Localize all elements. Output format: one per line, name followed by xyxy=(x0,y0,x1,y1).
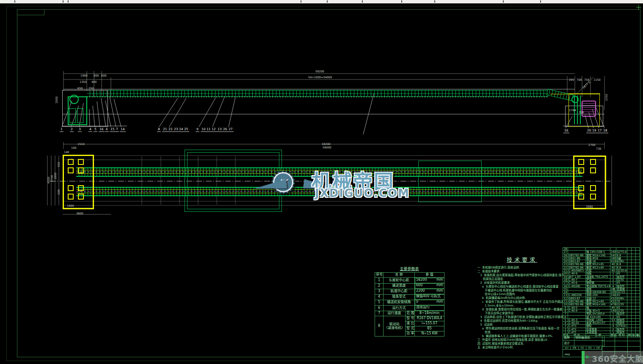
bom-cell xyxy=(632,325,636,328)
anchor-pad xyxy=(578,194,584,200)
bom-cell: 衬板 40×5 xyxy=(586,309,610,312)
drive-motor xyxy=(582,101,596,117)
bom-cell xyxy=(636,291,640,294)
anchor-pad xyxy=(590,159,596,165)
dim-label: 4000 xyxy=(47,177,50,184)
param-no: 3 xyxy=(375,289,384,294)
bom-cell: 键 A14×80 xyxy=(586,315,610,318)
param-row: 7运行速度范 围8~18m/min xyxy=(375,311,444,316)
bom-cell: 2 xyxy=(610,328,616,331)
bom-cell: GB93-87 xyxy=(568,297,586,300)
bom-cell: C-40-4 xyxy=(568,309,586,312)
bom-cell: QT450-10 xyxy=(616,325,627,328)
param-value: R167 DV180L4 xyxy=(415,316,444,321)
dim-label: 2700 xyxy=(51,175,54,182)
dim-label: 250 xyxy=(88,87,94,90)
param-value-unit: mm xyxy=(436,289,443,294)
bom-cell: 22 xyxy=(563,266,568,269)
bom-cell xyxy=(636,287,640,290)
bom-cell xyxy=(568,251,586,254)
bom-cell xyxy=(632,291,636,294)
drive-support xyxy=(580,96,581,124)
bom-cell: 4 xyxy=(610,285,616,287)
technical-requirement-line: 2 对安装好的机架要求: xyxy=(477,281,566,285)
bom-cell: 螺栓 M12×45 xyxy=(586,263,610,266)
bom-cell xyxy=(568,248,586,251)
bom-cell: 螺栓 M12×40 xyxy=(586,266,610,269)
dim-label: 600 xyxy=(101,74,106,77)
param-value: B5 xyxy=(415,326,444,331)
param-row: 6运行方式连续运行 xyxy=(375,305,444,311)
bom-cell xyxy=(632,297,636,300)
bom-cell: 23 xyxy=(563,263,568,266)
bom-cell xyxy=(636,254,640,257)
bom-cell: 4 xyxy=(610,325,616,328)
bom-cell: 200 xyxy=(610,291,616,294)
bom-cell xyxy=(632,275,636,278)
dim-label: 2700 xyxy=(588,144,596,147)
param-drive-row: 8驱动站〈减速电机〉型 号R167 DV180L4 xyxy=(375,316,444,321)
dim-label: 3600 xyxy=(76,212,83,215)
bom-cell xyxy=(636,300,640,303)
bom-cell xyxy=(636,294,640,297)
technical-requirements-body: 一 本机按GB规定进行,验收运转.二 安装技术要求: 1 安装机架,由头尾架装起… xyxy=(477,266,566,350)
bom-cell: GCr15 xyxy=(616,291,627,294)
callout-number: 3 xyxy=(78,128,82,132)
param-header-row: 序号名 称参 值 xyxy=(375,273,444,278)
title-block-small-label: 日期 xyxy=(594,347,602,350)
param-row: 5输送机安装倾角0mm xyxy=(375,300,444,305)
technical-requirements: 技术要求 一 本机按GB规定进行,验收运转.二 安装技术要求: 1 安装机架,由… xyxy=(477,255,566,350)
technical-requirement-line: 1.5mm,全长±10mm. xyxy=(477,304,566,308)
bom-cell: 8 xyxy=(563,309,568,312)
bom-row: 14钢球 GB308-89200GCr15 xyxy=(563,291,640,294)
cad-drawing-canvas: 5820054×1000=540001906800600135040065025… xyxy=(0,0,643,364)
bom-cell xyxy=(568,315,586,318)
bom-cell: 1 xyxy=(610,282,616,285)
title-block-doc-label: 图样 xyxy=(563,336,574,341)
bom-cell: 545 xyxy=(610,254,616,257)
watermark: JX 机械帝国 JXDIGUO.COM xyxy=(260,167,390,201)
bom-row: 4C-40-02尾架 Φ520×571焊接件 xyxy=(563,322,640,325)
param-value-number: 58200 xyxy=(416,278,427,283)
bom-cell: 合金钢 xyxy=(616,287,627,290)
bom-cell: C-40-6 xyxy=(568,282,586,285)
bom-cell xyxy=(616,248,627,251)
bom-cell xyxy=(636,260,640,263)
bom-cell xyxy=(632,263,636,266)
bom-cell xyxy=(627,269,632,272)
watermark-site: JXDIGUO.COM xyxy=(315,187,410,200)
dim-label: 140 xyxy=(64,151,69,154)
bom-row: 10GB5782-86螺栓 M16×140478Q235 xyxy=(563,303,640,306)
callout-number: 14 xyxy=(120,128,126,132)
drive-station-rail xyxy=(550,94,600,94)
bom-cell: 28 xyxy=(563,248,568,251)
bom-cell: 2 xyxy=(563,328,568,331)
bom-cell: 组合件 xyxy=(616,285,627,287)
parameter-table-title: 主要参数表 xyxy=(375,266,444,271)
bom-cell: 11 xyxy=(563,300,568,303)
bom-cell: 4 xyxy=(563,322,568,325)
bom-row: 24GB93-87垫圈 1641065Mn xyxy=(563,260,640,263)
bom-cell: 40 xyxy=(610,269,616,272)
security-toast[interactable]: ▶ 360安全大脑提醒您 xyxy=(582,351,643,364)
param-no: 5 xyxy=(375,300,384,305)
dim-label: 450 xyxy=(58,162,61,167)
bom-cell: Q235-A xyxy=(616,269,627,272)
bom-cell: 45 xyxy=(616,282,627,285)
bom-cell xyxy=(627,291,632,294)
technical-requirement-line: 检查. xyxy=(477,331,566,334)
bom-cell: 24 xyxy=(563,260,568,263)
param-row: 3轨道中心距2200mm xyxy=(375,289,444,294)
param-value: 连续运行 xyxy=(415,305,444,311)
param-name: 头尾轮中心距 xyxy=(384,278,415,284)
callout-number: 18 xyxy=(602,129,608,133)
bom-row: 15链条2条合金钢 xyxy=(563,287,640,290)
anchor-pad xyxy=(78,185,84,191)
bom-cell xyxy=(636,272,640,275)
drive-wheel xyxy=(571,96,579,103)
bom-cell xyxy=(627,266,632,269)
bom-cell: 13 xyxy=(563,294,568,297)
bom-cell xyxy=(632,254,636,257)
bom-cell: 螺栓 M12×40 xyxy=(586,300,610,303)
bom-cell xyxy=(627,325,632,328)
